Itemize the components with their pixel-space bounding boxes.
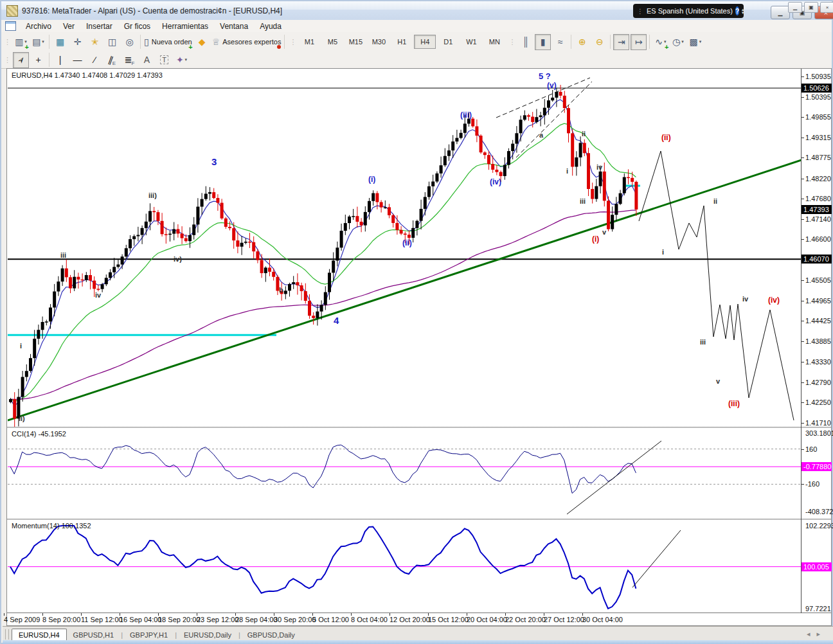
chart-window-icon[interactable] <box>5 21 16 31</box>
cursor-tool-button[interactable]: ➢ <box>13 52 29 68</box>
periods-icon: ◷ <box>672 37 680 47</box>
trendline-tool-button[interactable]: ∕ <box>87 52 103 68</box>
momentum-panel-canvas[interactable] <box>8 520 802 613</box>
menu-ver[interactable]: Ver <box>57 21 80 31</box>
price-tick-label: 1.42250 <box>805 398 831 406</box>
menu-archivo[interactable]: Archivo <box>20 21 57 31</box>
channel-tool-button[interactable]: ∥E <box>104 52 120 68</box>
zoom-out-button[interactable]: ⊖ <box>591 34 607 50</box>
timeframe-m30-button[interactable]: M30 <box>368 35 390 49</box>
chart-shift-button[interactable]: ↦ <box>631 34 647 50</box>
mdi-minimize-button[interactable]: ▁ <box>788 2 802 13</box>
cci-level-tick <box>802 449 804 450</box>
text-tool-button[interactable]: A <box>139 52 155 68</box>
momentum-min-label: 97.7221 <box>805 605 831 613</box>
cci-level-tick <box>802 484 804 485</box>
time-ax-label: 11 Sep 12:00 <box>81 616 123 623</box>
profiles-icon: ▤ <box>32 37 40 47</box>
momentum-max-label: 102.2293 <box>805 522 833 530</box>
timeframe-w1-button[interactable]: W1 <box>460 35 482 49</box>
data-window-button[interactable]: ✛ <box>69 34 85 50</box>
bar-chart-button[interactable]: ║ <box>517 34 533 50</box>
data-window-icon: ✛ <box>74 37 82 47</box>
price-tick-label: 1.43885 <box>805 337 831 345</box>
menu-ventana[interactable]: Ventana <box>214 21 254 31</box>
horizontal-line-tool-button[interactable]: — <box>69 52 85 68</box>
menu-insertar[interactable]: Insertar <box>80 21 118 31</box>
expert-advisors-button[interactable]: ♕Asesores expertos <box>211 34 282 50</box>
price-tick <box>802 301 804 301</box>
arrows-tool-button[interactable]: ✦▾ <box>174 52 190 68</box>
fibonacci-tool-button[interactable]: ≣F <box>121 52 138 68</box>
price-tick <box>802 362 804 362</box>
price-tick <box>802 76 804 77</box>
timeframe-m5-button[interactable]: M5 <box>321 35 343 49</box>
time-ax-label: 20 Oct 04:00 <box>467 616 507 623</box>
cci-panel-canvas[interactable] <box>8 428 802 518</box>
price-tick <box>802 117 804 118</box>
profiles-button[interactable]: ▤▾ <box>30 34 46 50</box>
candlestick-button[interactable]: ▮ <box>535 34 551 50</box>
tab-scroll-arrows[interactable]: ◂▸ <box>807 630 827 638</box>
timeframe-mn-button[interactable]: MN <box>483 35 505 49</box>
metatrader-window: 937816: MetaTrader - Alpari (US) - Cuent… <box>0 0 833 644</box>
new-chart-button[interactable]: ▥+▾ <box>13 34 29 50</box>
menu-herramientas[interactable]: Herramientas <box>156 21 214 31</box>
time-ax-label: 30 Oct 04:00 <box>582 616 623 623</box>
indicators-button[interactable]: ∿+▾ <box>652 34 668 50</box>
toolbar-grip-icon: ⋮ <box>4 56 10 64</box>
zoom-in-button[interactable]: ⊕ <box>574 34 590 50</box>
new-chart-icon: ▥ <box>15 37 23 47</box>
chart-tab-gbpusd-h1[interactable]: GBPUSD,H1 <box>67 629 121 641</box>
chart-tab-eurusd-daily[interactable]: EURUSD,Daily <box>177 629 238 641</box>
new-order-button[interactable]: ▯+Nueva orden <box>143 34 193 50</box>
price-tick <box>802 402 804 403</box>
price-tick <box>802 423 804 424</box>
language-bar-grip-icon: ⋮ <box>637 8 643 15</box>
chart-tab-gbpjpy-h1[interactable]: GBPJPY,H1 <box>123 629 174 641</box>
dropdown-icon: ▾ <box>42 39 44 44</box>
metaeditor-button[interactable]: ◆ <box>194 34 210 50</box>
timeframe-m1-button[interactable]: M1 <box>298 35 320 49</box>
arrows-icon: ✦ <box>176 55 184 65</box>
auto-scroll-button[interactable]: ⇥ <box>613 34 629 50</box>
crosshair-icon: + <box>35 55 40 65</box>
trendline-icon: ∕ <box>94 55 95 65</box>
chart-tab-gbpusd-daily[interactable]: GBPUSD,Daily <box>241 629 301 641</box>
time-ax-label: 12 Oct 20:00 <box>390 616 430 623</box>
strategy-tester-button[interactable]: ◎ <box>121 34 138 50</box>
timeframe-m15-button[interactable]: M15 <box>345 35 366 49</box>
navigator-button[interactable]: ✭ <box>87 34 103 50</box>
toolbar-grip-icon: ⋮ <box>289 38 295 46</box>
auto-scroll-icon: ⇥ <box>618 37 625 47</box>
templates-button[interactable]: ▩▾ <box>687 34 703 50</box>
price-tick-label: 1.44425 <box>805 317 831 325</box>
timeframe-h1-button[interactable]: H1 <box>391 35 413 49</box>
expert-advisors-icon: ♕ <box>212 37 220 47</box>
vertical-line-tool-button[interactable]: | <box>52 52 68 68</box>
menu-gr-ficos[interactable]: Gr ficos <box>118 21 156 31</box>
time-ax-label: 8 Sep 20:00 <box>42 616 80 623</box>
time-ax-label: 23 Sep 12:00 <box>197 616 238 623</box>
line-chart-button[interactable]: ≈ <box>552 34 568 50</box>
language-options-icon[interactable]: ▴▾ <box>742 8 744 14</box>
periods-button[interactable]: ◷▾ <box>670 34 686 50</box>
indicators-icon: ∿ <box>655 37 663 47</box>
menu-ayuda[interactable]: Ayuda <box>254 21 287 31</box>
terminal-button[interactable]: ◫ <box>104 34 120 50</box>
dropdown-icon: ▾ <box>681 39 684 44</box>
crosshair-tool-button[interactable]: + <box>30 52 46 68</box>
price-tick <box>802 97 804 98</box>
mdi-close-button[interactable]: × <box>820 2 833 13</box>
timeframe-h4-button[interactable]: H4 <box>414 35 436 49</box>
label-tool-button[interactable]: T <box>156 52 172 68</box>
minimize-button[interactable]: ▁ <box>771 6 790 19</box>
main-chart-canvas[interactable] <box>8 69 802 427</box>
language-bar[interactable]: ⋮ ES Spanish (United States) ? ▴▾ <box>633 4 744 18</box>
chart-tab-eurusd-h4[interactable]: EURUSD,H4 <box>12 629 67 641</box>
timeframe-d1-button[interactable]: D1 <box>437 35 459 49</box>
mdi-restore-button[interactable]: ▣ <box>804 2 818 13</box>
market-watch-button[interactable]: ▦ <box>52 34 68 50</box>
tabs-grip <box>5 629 9 640</box>
language-help-icon[interactable]: ? <box>735 6 739 15</box>
